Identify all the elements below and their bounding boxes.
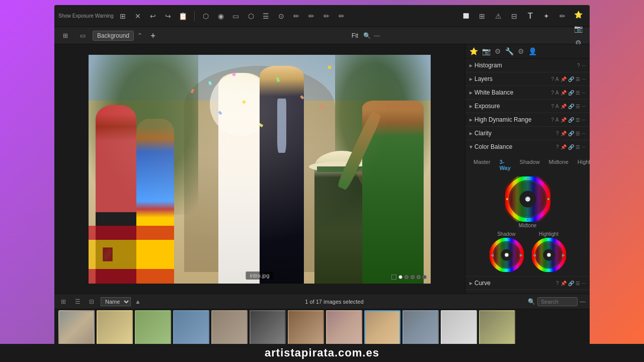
undo-btn[interactable]: ↩ [146, 9, 160, 23]
thumbnail-6[interactable] [250, 310, 286, 346]
wb-help[interactable]: ? [551, 90, 554, 96]
tool-radial-btn[interactable]: ⊙ [274, 9, 288, 23]
section-header-clarity[interactable]: ▶ Clarity ? 📌 🔗 ☰ ··· [465, 127, 590, 140]
curve-more[interactable]: ··· [582, 281, 586, 286]
hdr-pin[interactable]: 📌 [560, 117, 567, 123]
shadow-wheel[interactable]: ◀ ▶ [490, 238, 524, 272]
exposure-help[interactable]: ? [551, 104, 554, 109]
curve-link[interactable]: 🔗 [568, 281, 574, 286]
section-header-cb[interactable]: ▶ Color Balance ? 📌 🔗 ☰ ··· [465, 140, 590, 153]
curve-list[interactable]: ☰ [576, 281, 580, 286]
clarity-list[interactable]: ☰ [576, 131, 580, 136]
panel-tab-local[interactable]: 📷 [482, 47, 491, 55]
redo-btn[interactable]: ↪ [161, 9, 175, 23]
add-layer-btn[interactable]: + [146, 29, 160, 43]
panel-tab-output[interactable]: ⚙ [518, 47, 524, 55]
section-header-histogram[interactable]: ▶ Histogram ? ··· [465, 59, 590, 72]
text-btn[interactable]: T [523, 9, 537, 23]
histogram-help[interactable]: ? [577, 63, 580, 68]
grid-view-btn[interactable]: ⊞ [116, 9, 130, 23]
search-input[interactable] [537, 297, 578, 306]
grid-icon[interactable]: ⊞ [58, 297, 68, 307]
wb-list[interactable]: ☰ [576, 90, 580, 96]
wb-link[interactable]: 🔗 [568, 90, 574, 96]
thumbnail-10[interactable] [403, 310, 439, 346]
thumbnail-1[interactable] [58, 310, 95, 346]
layers-more[interactable]: ··· [582, 76, 586, 82]
close-search-icon[interactable]: — [580, 298, 586, 305]
star-btn[interactable]: ✦ [539, 9, 553, 23]
warn-btn[interactable]: ⚠ [491, 9, 505, 23]
hdr-help[interactable]: ? [551, 117, 554, 123]
cb-link[interactable]: 🔗 [568, 144, 574, 150]
clarity-more[interactable]: ··· [582, 131, 586, 136]
thumbnail-2[interactable] [97, 310, 133, 346]
cb-list[interactable]: ☰ [576, 144, 580, 150]
wb-pin[interactable]: 📌 [560, 90, 567, 96]
tool-select-btn[interactable]: ⬡ [199, 9, 213, 23]
curve-help[interactable]: ? [556, 281, 559, 286]
histogram-more[interactable]: ··· [582, 63, 586, 68]
cb-tab-master[interactable]: Master [469, 157, 495, 172]
section-header-exposure[interactable]: ▶ Exposure ? A 📌 🔗 ☰ ··· [465, 100, 590, 113]
table-btn[interactable]: ⊟ [507, 9, 521, 23]
cb-pin[interactable]: 📌 [560, 144, 567, 150]
clarity-help[interactable]: ? [556, 131, 559, 136]
wb-more[interactable]: ··· [582, 90, 586, 96]
panel-tab-meta[interactable]: 👤 [528, 47, 537, 55]
tool-pen-btn[interactable]: ✏ [289, 9, 303, 23]
layers-list[interactable]: ☰ [576, 76, 580, 82]
clarity-pin[interactable]: 📌 [560, 131, 567, 136]
panel-tab-adjust[interactable]: ⭐ [469, 47, 478, 55]
highlight-wheel[interactable]: ◀ ▶ [532, 238, 566, 272]
section-header-curve[interactable]: ▶ Curve ? 📌 🔗 ☰ ··· [465, 277, 590, 290]
cb-help[interactable]: ? [556, 144, 559, 150]
cb-tab-midtone[interactable]: Midtone [545, 157, 573, 172]
detail-icon[interactable]: ⊟ [87, 297, 97, 307]
cb-more[interactable]: ··· [582, 144, 586, 150]
layers-help[interactable]: ? [551, 76, 554, 82]
clarity-link[interactable]: 🔗 [568, 131, 574, 136]
exposure-link[interactable]: 🔗 [568, 104, 574, 109]
thumbnail-9[interactable] [364, 310, 400, 346]
hdr-list[interactable]: ☰ [576, 117, 580, 123]
exposure-more[interactable]: ··· [582, 104, 586, 109]
tool-stamp-btn[interactable]: ✏ [335, 9, 349, 23]
cb-tab-3way[interactable]: 3-Way [496, 157, 515, 172]
single-view-btn[interactable]: ▭ [75, 29, 90, 43]
tool-crop-btn[interactable]: ▭ [229, 9, 243, 23]
tool-circle-btn[interactable]: ◉ [214, 9, 228, 23]
camera-btn[interactable]: 📷 [572, 22, 586, 36]
midtone-wheel[interactable] [505, 176, 550, 222]
tool-lines-btn[interactable]: ☰ [259, 9, 273, 23]
layer-name[interactable]: Background [93, 31, 134, 41]
close-btn[interactable]: ✕ [131, 9, 145, 23]
histogram-btn[interactable]: ⬜ [459, 9, 473, 23]
sort-select[interactable]: Name [101, 297, 131, 306]
cb-tab-shadow[interactable]: Shadow [516, 157, 544, 172]
thumbnail-3[interactable] [135, 310, 171, 346]
thumbnail-8[interactable] [326, 310, 362, 346]
thumbnail-7[interactable] [288, 310, 324, 346]
folder-btn[interactable]: 📁 [572, 5, 586, 8]
layers-link[interactable]: 🔗 [568, 76, 574, 82]
curve-pin[interactable]: 📌 [560, 281, 567, 286]
tool-erase-btn[interactable]: ✏ [319, 9, 334, 23]
thumbnail-11[interactable] [441, 310, 477, 346]
panel-tab-color[interactable]: ⚙ [495, 47, 501, 55]
section-header-wb[interactable]: ▶ White Balance ? A 📌 🔗 ☰ ··· [465, 86, 590, 99]
cb-tab-highlight[interactable]: Highlight [574, 157, 590, 172]
copy-btn[interactable]: 📋 [176, 9, 190, 23]
hdr-link[interactable]: 🔗 [568, 117, 574, 123]
section-header-hdr[interactable]: ▶ High Dynamic Range ? A 📌 🔗 ☰ ··· [465, 113, 590, 126]
tool-brush-btn[interactable]: ✏ [304, 9, 318, 23]
tool-transform-btn[interactable]: ⬡ [244, 9, 258, 23]
pencil2-btn[interactable]: ✏ [555, 9, 570, 23]
list-icon[interactable]: ☰ [72, 297, 83, 307]
exposure-pin[interactable]: 📌 [560, 104, 567, 109]
layer-up-btn[interactable]: ⌃ [137, 32, 143, 40]
exposure-list[interactable]: ☰ [576, 104, 580, 109]
star2-btn[interactable]: ⭐ [572, 8, 586, 22]
layers-pin[interactable]: 📌 [560, 76, 567, 82]
thumbnail-4[interactable] [173, 310, 209, 346]
